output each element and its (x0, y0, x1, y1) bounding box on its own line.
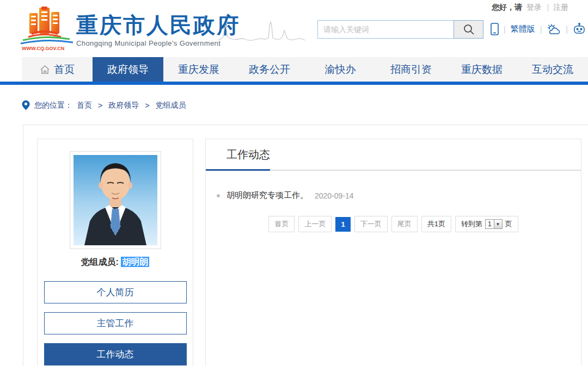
search-bar (317, 20, 483, 39)
pagination-last-button[interactable]: 尾页 (391, 216, 418, 232)
search-input[interactable] (317, 20, 454, 39)
nav-item-gov-affairs[interactable]: 政务公开 (234, 57, 305, 82)
search-button[interactable] (454, 20, 483, 39)
nav-item-chongqing-data[interactable]: 重庆数据 (446, 57, 517, 82)
profile-menu: 个人简历 主管工作 工作动态 (38, 281, 193, 365)
nav-item-government-leaders[interactable]: 政府领导 (93, 57, 163, 82)
list-bullet-icon (217, 194, 220, 197)
menu-item-resume[interactable]: 个人简历 (44, 281, 187, 303)
login-separator: | (547, 3, 549, 11)
page-select-value: 1 (486, 220, 494, 228)
location-pin-icon (22, 100, 30, 110)
breadcrumb-current: 党组成员 (155, 101, 186, 110)
page: 您好，请 登录 | 注册 (0, 0, 588, 366)
robot-assistant-icon[interactable] (573, 23, 586, 35)
role-label: 党组成员: (81, 257, 119, 266)
nav-item-interaction[interactable]: 互动交流 (517, 57, 588, 82)
goto-suffix: 页 (505, 219, 512, 229)
traditional-version-link[interactable]: 繁體版 (511, 24, 535, 34)
article-date: 2020-09-14 (315, 191, 354, 200)
quick-links: | 繁體版 | | (491, 23, 586, 35)
pagination-current-page[interactable]: 1 (335, 217, 350, 232)
breadcrumb: 您的位置： 首页 > 政府领导 > 党组成员 (22, 100, 186, 110)
breadcrumb-section-link[interactable]: 政府领导 (108, 101, 139, 110)
portrait-figure (84, 163, 146, 245)
panel-title: 工作动态 (226, 147, 270, 162)
pagination-total-pages: 共1页 (421, 216, 451, 232)
home-icon (40, 65, 50, 75)
menu-item-work-updates[interactable]: 工作动态 (44, 343, 187, 365)
nav-item-home[interactable]: 首页 (22, 57, 93, 82)
official-portrait (70, 151, 161, 249)
official-name[interactable]: 胡明朗 (121, 257, 149, 267)
main-nav: 首页 政府领导 重庆发展 政务公开 渝快办 招商引资 重庆数据 互动交流 (22, 57, 588, 82)
site-subtitle: Chongqing Municipal People's Government (76, 39, 240, 47)
nav-item-investment[interactable]: 招商引资 (376, 57, 446, 82)
profile-card: 党组成员: 胡明朗 个人简历 主管工作 工作动态 (37, 139, 193, 366)
pagination-next-button[interactable]: 下一页 (354, 216, 388, 232)
pagination-goto-box: 转到第 1 ▼ 页 (455, 216, 518, 232)
greeting-text: 您好，请 (492, 3, 522, 11)
menu-item-responsibilities[interactable]: 主管工作 (44, 312, 187, 334)
article-list-item: 胡明朗研究专项工作。 2020-09-14 (217, 190, 581, 201)
pagination-first-button[interactable]: 首页 (268, 216, 295, 232)
official-name-line: 党组成员: 胡明朗 (38, 257, 193, 268)
site-title: 重庆市人民政府 (76, 14, 240, 36)
gov-logo: WWW.CQ.GOV.CN (20, 7, 74, 54)
nav-item-chongqing-development[interactable]: 重庆发展 (163, 57, 234, 82)
login-link[interactable]: 登录 (526, 3, 542, 11)
pagination: 首页 上一页 1 下一页 尾页 共1页 转到第 1 ▼ 页 (206, 216, 581, 232)
weather-icon[interactable] (547, 23, 561, 35)
register-link[interactable]: 注册 (553, 3, 568, 11)
page-select-dropdown[interactable]: 1 ▼ (485, 219, 503, 229)
login-bar: 您好，请 登录 | 注册 (492, 3, 588, 13)
pagination-prev-button[interactable]: 上一页 (298, 216, 332, 232)
mobile-icon[interactable] (491, 23, 499, 35)
breadcrumb-prefix: 您的位置： (34, 101, 72, 110)
nav-item-yukuaiban[interactable]: 渝快办 (305, 57, 376, 82)
svg-text:WWW.CQ.GOV.CN: WWW.CQ.GOV.CN (22, 46, 64, 51)
buildings-icon (21, 7, 73, 44)
search-icon (463, 23, 475, 35)
breadcrumb-home-link[interactable]: 首页 (77, 101, 92, 110)
site-title-block: 重庆市人民政府 Chongqing Municipal People's Gov… (76, 14, 240, 47)
nav-accent-bar (0, 82, 588, 85)
panel-title-accent (206, 169, 270, 171)
goto-prefix: 转到第 (461, 219, 482, 229)
article-link[interactable]: 胡明朗研究专项工作。 (226, 190, 308, 201)
panel-header: 工作动态 (206, 139, 581, 171)
skyline-decoration-icon (217, 18, 307, 45)
work-updates-panel: 工作动态 胡明朗研究专项工作。 2020-09-14 首页 上一页 1 下一页 … (205, 139, 581, 366)
chevron-down-icon: ▼ (494, 220, 502, 228)
